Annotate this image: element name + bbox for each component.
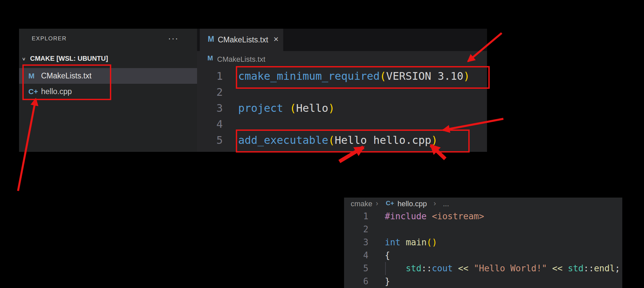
code-text[interactable]: #include <iostream>	[385, 211, 484, 221]
breadcrumb-file[interactable]: hello.cpp	[397, 200, 427, 208]
code-line-4[interactable]: 4{	[344, 249, 622, 262]
line-number: 2	[344, 223, 368, 236]
line-number: 4	[197, 116, 223, 132]
chevron-right-icon: ›	[434, 199, 436, 208]
line-number: 3	[197, 100, 223, 116]
line-number: 5	[344, 262, 368, 275]
line-number: 2	[197, 84, 223, 100]
code-line-5[interactable]: 5 std::cout << "Hello World!" << std::en…	[344, 262, 622, 275]
code-text[interactable]: project (Hello)	[238, 102, 335, 114]
annotation-box-cmake-line5	[236, 129, 470, 153]
breadcrumb-folder[interactable]: cmake	[351, 200, 372, 208]
line-number: 1	[197, 68, 223, 84]
cpp-code-editor[interactable]: 1#include <iostream>23int main()4{5 std:…	[344, 210, 622, 288]
code-line-3[interactable]: 3int main()	[344, 236, 622, 249]
breadcrumb[interactable]: M CMakeLists.txt	[197, 51, 487, 67]
code-line-1[interactable]: 1#include <iostream>	[344, 210, 622, 223]
code-line-6[interactable]: 6}	[344, 275, 622, 288]
line-number: 3	[344, 236, 368, 249]
hello-cpp-panel: cmake › C+ hello.cpp › ... 1#include <io…	[344, 198, 622, 288]
chevron-down-icon: ∨	[22, 56, 26, 62]
annotation-box-cmake-line1	[236, 66, 490, 89]
breadcrumb-symbols[interactable]: ...	[443, 200, 449, 208]
code-line-3[interactable]: 3project (Hello)	[197, 100, 487, 116]
explorer-header: EXPLORER ···	[19, 31, 197, 46]
line-number: 1	[344, 210, 368, 223]
more-actions-icon[interactable]: ···	[168, 33, 179, 44]
tab-bar: M CMakeLists.txt ×	[197, 29, 487, 51]
tab-label: CMakeLists.txt	[218, 35, 268, 44]
code-text[interactable]: int main()	[385, 237, 437, 247]
folder-section-label: CMAKE [WSL: UBUNTU]	[30, 55, 108, 62]
code-line-2[interactable]: 2	[344, 223, 622, 236]
code-text[interactable]: }	[385, 276, 390, 286]
annotation-box-explorer-files	[22, 64, 111, 100]
breadcrumb-file: CMakeLists.txt	[217, 55, 265, 64]
explorer-title: EXPLORER	[32, 35, 67, 42]
cmake-file-icon: M	[208, 35, 214, 44]
indent-guide	[385, 262, 386, 275]
cpp-file-icon: C+	[386, 200, 394, 207]
line-number: 6	[344, 275, 368, 288]
line-number: 4	[344, 249, 368, 262]
tab-cmakelists[interactable]: M CMakeLists.txt ×	[200, 29, 283, 51]
code-text[interactable]: {	[385, 250, 390, 260]
code-text[interactable]: std::cout << "Hello World!" << std::endl…	[385, 263, 620, 273]
screenshot-canvas: EXPLORER ··· ∨ CMAKE [WSL: UBUNTU] MCMak…	[0, 0, 644, 288]
close-icon[interactable]: ×	[274, 34, 279, 44]
chevron-right-icon: ›	[376, 199, 378, 208]
line-number: 5	[197, 132, 223, 148]
breadcrumb[interactable]: cmake › C+ hello.cpp › ...	[344, 198, 622, 210]
cmake-file-icon: M	[207, 54, 213, 62]
